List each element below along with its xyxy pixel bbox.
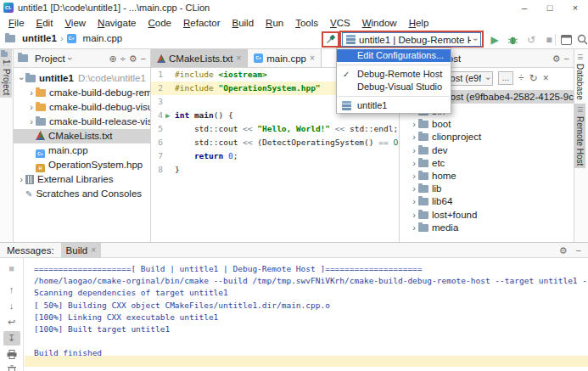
tree-row[interactable]: ›cmake-build-debug-visu xyxy=(14,100,150,115)
chevron-icon[interactable]: › xyxy=(27,100,36,115)
menu-help[interactable]: Help xyxy=(403,16,435,31)
chevron-icon[interactable]: › xyxy=(410,222,418,234)
menu-window[interactable]: Window xyxy=(356,16,403,31)
menu-tools[interactable]: Tools xyxy=(289,16,324,31)
close-icon[interactable]: × xyxy=(236,53,241,63)
search-icon[interactable] xyxy=(574,33,588,47)
soft-wrap-icon[interactable]: ↩ xyxy=(3,315,20,329)
hide-icon[interactable]: − xyxy=(141,50,146,67)
up-arrow-icon[interactable]: ↑ xyxy=(3,283,20,297)
cmake-icon xyxy=(157,54,165,63)
gear-icon[interactable]: ⚙ xyxy=(559,242,568,259)
chevron-down-icon[interactable]: › xyxy=(62,57,79,60)
tree-row[interactable]: ›External Libraries xyxy=(14,172,150,187)
dropdown-item[interactable]: Edit Configurations... xyxy=(337,49,451,62)
chevron-icon[interactable]: › xyxy=(410,170,418,183)
stripe-tab-remote-host[interactable]: ☰ Remote Host xyxy=(574,104,585,168)
remote-folder-row[interactable]: ›etc xyxy=(400,157,574,170)
dropdown-item[interactable]: Debug-Visual Studio xyxy=(337,81,451,93)
check-icon: ✓ xyxy=(343,68,350,81)
coverage-icon[interactable]: ↺ xyxy=(524,33,539,47)
stop-icon[interactable]: ■ xyxy=(3,261,20,276)
remote-folder-row[interactable]: ›dev xyxy=(400,144,574,157)
cmake-icon xyxy=(36,131,45,140)
locate-icon[interactable]: ⊕ xyxy=(109,50,116,67)
print-icon[interactable] xyxy=(3,347,20,362)
tree-row[interactable]: HOperationSystem.hpp xyxy=(14,158,150,172)
dropdown-item[interactable]: ✓Debug-Remote Host xyxy=(337,68,451,81)
menu-view[interactable]: View xyxy=(59,16,92,31)
menu-run[interactable]: Run xyxy=(260,16,289,31)
menu-navigate[interactable]: Navigate xyxy=(92,16,142,31)
tree-row[interactable]: CMakeLists.txt xyxy=(14,129,150,143)
refresh-icon[interactable]: ↻ xyxy=(529,72,538,84)
scroll-to-end-icon[interactable]: ↧ xyxy=(3,331,20,346)
menu-build[interactable]: Build xyxy=(227,16,260,31)
clear-icon[interactable] xyxy=(3,363,20,371)
close-button[interactable]: × xyxy=(563,0,588,15)
chevron-icon[interactable]: › xyxy=(410,144,418,157)
chevron-icon[interactable]: › xyxy=(410,209,418,222)
menu-code[interactable]: Code xyxy=(143,16,178,31)
stripe-tab-database[interactable]: ☰ Database xyxy=(574,51,585,103)
tree-row[interactable]: ›cmake-build-debug-rem xyxy=(14,86,150,100)
gear-icon[interactable]: ⚙ xyxy=(129,50,137,67)
remote-folder-row[interactable]: ›lib64 xyxy=(400,195,574,208)
debug-icon[interactable] xyxy=(505,33,520,47)
build-tab[interactable]: Build × xyxy=(61,243,101,258)
stripe-tab-project[interactable]: 1: Project xyxy=(0,49,12,98)
remote-folder-row[interactable]: ›lib xyxy=(400,183,574,195)
tree-row[interactable]: C+main.cpp xyxy=(14,143,150,158)
down-arrow-icon[interactable]: ↓ xyxy=(3,299,20,313)
browse-button[interactable]: ... xyxy=(498,71,513,85)
menu-vcs[interactable]: VCS xyxy=(324,16,356,31)
chevron-icon[interactable]: › xyxy=(27,115,36,129)
folder-icon xyxy=(418,211,428,219)
remote-folder-row[interactable]: ›home xyxy=(400,170,574,183)
chevron-icon[interactable]: › xyxy=(410,183,418,195)
run-gutter-icon[interactable]: ▶ xyxy=(165,109,170,122)
chevron-icon[interactable]: › xyxy=(27,86,36,100)
minimize-button[interactable]: – xyxy=(512,0,537,15)
line-number: 3 xyxy=(151,95,163,109)
chevron-icon[interactable]: › xyxy=(410,118,418,131)
code-line: 5 std::cout << "Hello, World!" << std::e… xyxy=(151,122,399,136)
remote-folder-row[interactable]: ›clionproject xyxy=(400,131,574,143)
remote-folder-row[interactable]: ›boot xyxy=(400,118,574,131)
collapse-all-icon[interactable]: ÷ xyxy=(518,72,524,84)
chevron-icon[interactable]: › xyxy=(410,131,418,143)
folder-icon xyxy=(36,104,46,111)
editor-tab-CMakeLists.txt[interactable]: CMakeLists.txt× xyxy=(151,49,248,67)
tree-row-root[interactable]: ›untitle1D:\code\untitle1 xyxy=(14,71,150,86)
editor-tab-main.cpp[interactable]: C+main.cpp× xyxy=(248,49,322,67)
remote-folder-row[interactable]: ›lost+found xyxy=(400,209,574,222)
breadcrumb-project[interactable]: untitle1 xyxy=(22,33,57,43)
run-config-selector[interactable]: untitle1 | Debug-Remote Host › xyxy=(342,32,481,47)
breadcrumb-file[interactable]: main.cpp xyxy=(83,33,123,43)
collapse-all-icon[interactable]: ÷ xyxy=(120,50,126,67)
chevron-icon[interactable]: › xyxy=(410,157,418,170)
menu-file[interactable]: File xyxy=(3,16,31,31)
cpp-file-icon: C+ xyxy=(36,149,45,158)
hide-icon[interactable]: − xyxy=(576,242,581,259)
console-line: [100%] Linking CXX executable untitle1 xyxy=(34,312,588,323)
hammer-build-icon[interactable] xyxy=(324,33,337,46)
dropdown-item[interactable]: untitle1 xyxy=(337,99,451,112)
gear-icon[interactable]: ⚙ xyxy=(552,50,561,67)
close-icon[interactable]: × xyxy=(543,72,549,84)
close-icon[interactable]: × xyxy=(91,243,96,258)
maximize-button[interactable]: □ xyxy=(537,0,563,15)
hide-icon[interactable]: − xyxy=(564,50,569,67)
chevron-icon[interactable]: › xyxy=(17,172,25,187)
remote-folder-row[interactable]: ›media xyxy=(400,222,574,234)
run-icon[interactable]: ▶ xyxy=(487,33,502,47)
terminal-window-icon[interactable] xyxy=(558,33,574,47)
close-icon[interactable]: × xyxy=(310,53,315,63)
project-panel-title[interactable]: Project xyxy=(35,53,65,64)
tree-row[interactable]: ✎Scratches and Consoles xyxy=(14,187,150,201)
build-console[interactable]: ====================[ Build | untitle1 |… xyxy=(24,258,588,371)
menu-edit[interactable]: Edit xyxy=(31,16,59,31)
tree-row[interactable]: ›cmake-build-release-visu xyxy=(14,115,150,129)
chevron-icon[interactable]: › xyxy=(410,195,418,208)
menu-refactor[interactable]: Refactor xyxy=(177,16,226,31)
